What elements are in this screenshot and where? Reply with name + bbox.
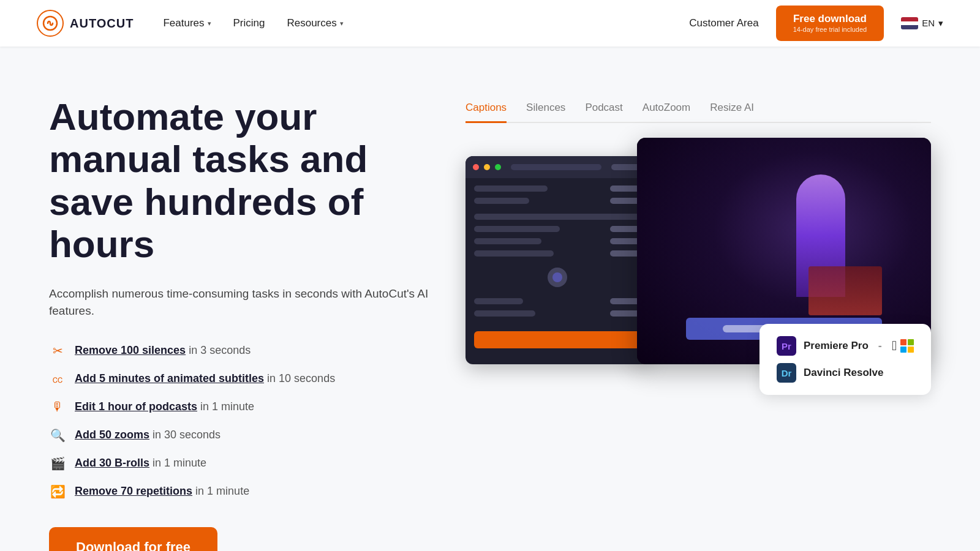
feature-item: 🎬 Add 30 B-rolls in 1 minute: [49, 455, 429, 472]
tab-silences[interactable]: Silences: [526, 102, 565, 123]
demo-panel-back: [466, 156, 649, 364]
feature-link-silences[interactable]: Remove 100 silences: [75, 344, 186, 356]
software-card: Pr Premiere Pro -  Dr: [760, 324, 931, 395]
repeat-icon: 🔁: [49, 483, 66, 500]
feature-item: 🔍 Add 50 zooms in 30 seconds: [49, 427, 429, 444]
customer-area-link[interactable]: Customer Area: [689, 17, 758, 29]
navbar: AUTOCUT Features ▾ Pricing Resources ▾ C…: [0, 0, 980, 47]
download-for-free-button[interactable]: Download for free: [49, 527, 217, 551]
feature-link-zooms[interactable]: Add 50 zooms: [75, 429, 149, 441]
tab-captions[interactable]: Captions: [466, 102, 507, 123]
demo-image-area: Pr Premiere Pro -  Dr: [466, 138, 931, 383]
main-content: Automate your manual tasks and save hund…: [0, 47, 980, 551]
free-download-button[interactable]: Free download 14-day free trial included: [776, 6, 884, 41]
flag-icon: [901, 17, 918, 29]
chevron-down-icon: ▾: [208, 20, 211, 28]
chevron-down-icon: ▾: [340, 20, 344, 28]
nav-features[interactable]: Features ▾: [163, 17, 211, 29]
feature-link-subtitles[interactable]: Add 5 minutes of animated subtitles: [75, 372, 264, 384]
software-row-premiere: Pr Premiere Pro - : [777, 336, 914, 356]
cta-area: Download for free All: [49, 527, 429, 551]
feature-item: 🎙 Edit 1 hour of podcasts in 1 minute: [49, 399, 429, 416]
scissors-icon: ✂: [49, 342, 66, 359]
chevron-down-icon: ▾: [938, 18, 943, 29]
feature-link-podcasts[interactable]: Edit 1 hour of podcasts: [75, 400, 197, 413]
nav-links: Features ▾ Pricing Resources ▾: [163, 17, 343, 29]
logo-icon: [37, 10, 64, 37]
davinci-resolve-icon: Dr: [777, 363, 796, 383]
mic-icon: 🎙: [49, 399, 66, 416]
windows-icon: [900, 339, 914, 353]
feature-item: ㏄ Add 5 minutes of animated subtitles in…: [49, 370, 429, 388]
apple-icon: : [892, 338, 897, 354]
panel-rows: [466, 178, 649, 324]
nav-pricing[interactable]: Pricing: [233, 17, 265, 29]
left-column: Automate your manual tasks and save hund…: [49, 96, 429, 551]
tab-autozoom[interactable]: AutoZoom: [643, 102, 690, 123]
tab-podcast[interactable]: Podcast: [585, 102, 622, 123]
software-row-davinci: Dr Davinci Resolve: [777, 363, 914, 383]
tab-navigation: Captions Silences Podcast AutoZoom Resiz…: [466, 102, 931, 123]
language-selector[interactable]: EN ▾: [901, 17, 943, 29]
hero-subtitle: Accomplish numerous time-consuming tasks…: [49, 285, 429, 320]
feature-item: 🔁 Remove 70 repetitions in 1 minute: [49, 483, 429, 500]
logo-text: AUTOCUT: [70, 17, 134, 31]
tab-resize-ai[interactable]: Resize AI: [710, 102, 754, 123]
nav-right: Customer Area Free download 14-day free …: [689, 6, 943, 41]
premiere-pro-icon: Pr: [777, 336, 796, 356]
logo[interactable]: AUTOCUT: [37, 10, 134, 37]
zoom-icon: 🔍: [49, 427, 66, 444]
os-icons: : [892, 338, 914, 354]
feature-item: ✂ Remove 100 silences in 3 seconds: [49, 342, 429, 359]
separator: -: [878, 340, 882, 353]
features-list: ✂ Remove 100 silences in 3 seconds ㏄ Add…: [49, 342, 429, 500]
broll-icon: 🎬: [49, 455, 66, 472]
nav-resources[interactable]: Resources ▾: [287, 17, 343, 29]
panel-header: [466, 156, 649, 178]
cc-icon: ㏄: [49, 370, 66, 388]
feature-link-repetitions[interactable]: Remove 70 repetitions: [75, 485, 192, 497]
feature-link-brolls[interactable]: Add 30 B-rolls: [75, 457, 149, 469]
hero-title: Automate your manual tasks and save hund…: [49, 96, 429, 266]
right-column: Captions Silences Podcast AutoZoom Resiz…: [466, 96, 931, 551]
panel-orange-button: [474, 331, 641, 348]
